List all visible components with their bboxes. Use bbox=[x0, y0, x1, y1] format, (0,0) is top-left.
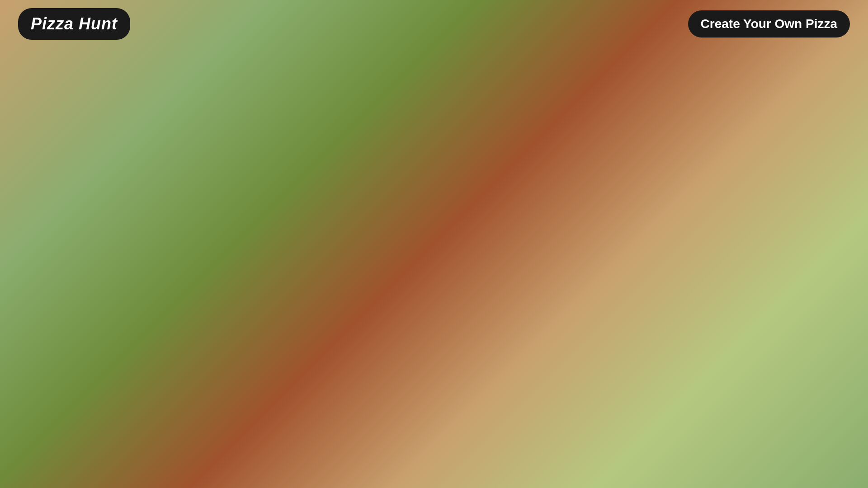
logo-text: Pizza Hunt bbox=[31, 14, 118, 33]
nav-button-label: Create Your Own Pizza bbox=[701, 17, 837, 31]
create-pizza-nav-button[interactable]: Create Your Own Pizza bbox=[688, 10, 850, 38]
logo: Pizza Hunt bbox=[18, 8, 130, 40]
